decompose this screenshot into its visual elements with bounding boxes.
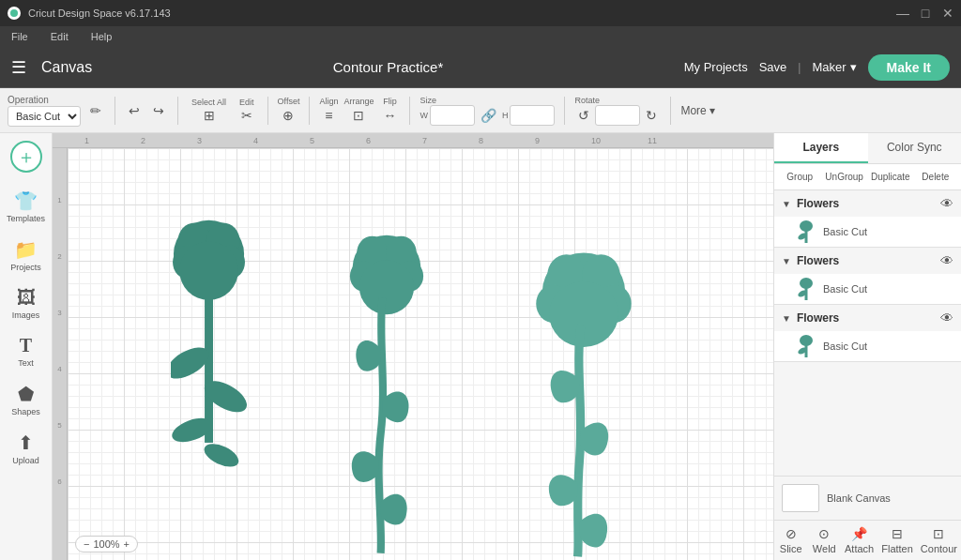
new-button[interactable]: ＋ xyxy=(10,141,42,173)
duplicate-button[interactable]: Duplicate xyxy=(869,170,912,184)
rotate-label: Rotate xyxy=(574,96,661,105)
rotate-input[interactable] xyxy=(595,105,640,126)
flower-2[interactable] xyxy=(340,204,434,560)
close-button[interactable]: ✕ xyxy=(942,8,953,19)
hamburger-button[interactable]: ☰ xyxy=(11,57,26,78)
layer-header-3[interactable]: ▼ Flowers 👁 xyxy=(774,305,961,331)
title-bar: Cricut Design Space v6.17.143 — □ ✕ xyxy=(0,0,961,26)
layer-header-2[interactable]: ▼ Flowers 👁 xyxy=(774,248,961,274)
templates-icon: 👕 xyxy=(14,189,38,212)
layer-eye-3[interactable]: 👁 xyxy=(940,310,953,325)
edit-button[interactable]: Edit ✂ xyxy=(236,96,258,125)
layer-item-2[interactable]: Basic Cut xyxy=(774,274,961,304)
zoom-minus-icon[interactable]: − xyxy=(84,538,89,550)
sidebar-item-images[interactable]: 🖼 Images xyxy=(3,281,50,325)
tab-layers[interactable]: Layers xyxy=(774,133,868,163)
canvas-area[interactable]: 1 2 3 4 5 6 7 8 9 10 11 1 2 3 4 5 6 xyxy=(53,133,773,560)
title-bar-left: Cricut Design Space v6.17.143 xyxy=(8,7,171,20)
layer-chevron-1: ▼ xyxy=(782,199,791,209)
sidebar-item-templates[interactable]: 👕 Templates xyxy=(3,184,50,229)
layer-header-1[interactable]: ▼ Flowers 👁 xyxy=(774,190,961,217)
more-button[interactable]: More ▾ xyxy=(680,104,715,117)
contour-button[interactable]: ⊡ Contour xyxy=(917,521,961,560)
offset-label: Offset xyxy=(278,97,300,106)
sidebar-item-upload[interactable]: ⬆ Upload xyxy=(3,426,50,471)
slice-label: Slice xyxy=(780,543,802,554)
menu-file[interactable]: File xyxy=(8,29,32,44)
toolbar-divider-3 xyxy=(267,97,268,125)
flatten-icon: ⊟ xyxy=(892,526,903,541)
window-controls[interactable]: — □ ✕ xyxy=(897,8,953,19)
select-all-group: Select All ⊞ xyxy=(188,96,230,125)
slice-button[interactable]: ⊘ Slice xyxy=(774,521,808,560)
operation-select[interactable]: Basic Cut xyxy=(8,106,81,127)
select-all-button[interactable]: Select All ⊞ xyxy=(188,96,230,125)
flip-group: Flip ↔ xyxy=(379,97,400,125)
projects-label: Projects xyxy=(10,263,41,272)
save-button[interactable]: Save xyxy=(759,60,787,74)
ruler-left: 1 2 3 4 5 6 xyxy=(53,148,68,560)
projects-icon: 📁 xyxy=(14,238,38,261)
w-label: W xyxy=(419,111,428,120)
minimize-button[interactable]: — xyxy=(897,8,908,19)
group-button[interactable]: Group xyxy=(780,170,819,184)
maximize-button[interactable]: □ xyxy=(920,8,931,19)
maker-button[interactable]: Maker ▾ xyxy=(812,60,856,74)
weld-button[interactable]: ⊙ Weld xyxy=(808,521,842,560)
align-label: Align xyxy=(319,97,338,106)
zoom-plus-icon[interactable]: + xyxy=(124,538,130,550)
redo-button[interactable]: ↪ xyxy=(149,101,168,120)
layer-item-1[interactable]: Basic Cut xyxy=(774,217,961,247)
width-input[interactable] xyxy=(430,105,475,126)
contour-label: Contour xyxy=(921,543,957,554)
flip-button[interactable]: ↔ xyxy=(379,106,400,125)
images-icon: 🖼 xyxy=(17,287,36,309)
svg-point-11 xyxy=(201,439,242,471)
lock-icon[interactable]: 🔗 xyxy=(477,106,500,125)
flower-3[interactable] xyxy=(527,223,640,560)
flatten-button[interactable]: ⊟ Flatten xyxy=(877,521,917,560)
undo-button[interactable]: ↩ xyxy=(125,101,144,120)
layer-eye-2[interactable]: 👁 xyxy=(940,253,953,268)
header-right: My Projects Save | Maker ▾ Make It xyxy=(684,54,950,81)
ungroup-button[interactable]: UnGroup xyxy=(823,170,865,184)
operation-label: Operation xyxy=(8,95,81,105)
layer-cut-label-3: Basic Cut xyxy=(823,341,867,352)
canvas-content[interactable]: − 100% + xyxy=(68,148,773,560)
offset-button[interactable]: ⊕ xyxy=(279,106,297,125)
maker-label: Maker xyxy=(812,60,846,74)
toolbar-divider-4 xyxy=(309,97,310,125)
blank-canvas-label: Blank Canvas xyxy=(827,492,891,504)
sidebar-item-text[interactable]: T Text xyxy=(3,329,50,373)
attach-button[interactable]: 📌 Attach xyxy=(841,521,877,560)
upload-label: Upload xyxy=(12,456,39,465)
menu-edit[interactable]: Edit xyxy=(47,29,72,44)
layer-eye-1[interactable]: 👁 xyxy=(940,196,953,211)
layer-item-3[interactable]: Basic Cut xyxy=(774,331,961,361)
attach-icon: 📌 xyxy=(851,526,867,541)
layer-cut-label-2: Basic Cut xyxy=(823,283,867,295)
panel-tabs: Layers Color Sync xyxy=(774,133,961,164)
app-logo xyxy=(8,7,21,20)
sidebar-item-projects[interactable]: 📁 Projects xyxy=(3,233,50,278)
sidebar-item-shapes[interactable]: ⬟ Shapes xyxy=(3,377,50,422)
layer-thumb-icon-2 xyxy=(798,278,815,300)
rotate-cw-icon[interactable]: ↻ xyxy=(642,106,661,125)
svg-point-0 xyxy=(10,9,18,17)
flower-1[interactable] xyxy=(171,195,255,514)
layer-group-1: ▼ Flowers 👁 Basic Cut xyxy=(774,190,961,248)
align-group: Align ≡ xyxy=(319,97,338,125)
menu-help[interactable]: Help xyxy=(87,29,116,44)
height-input[interactable] xyxy=(510,105,555,126)
arrange-button[interactable]: ⊡ xyxy=(349,106,368,125)
delete-button[interactable]: Delete xyxy=(916,170,955,184)
my-projects-button[interactable]: My Projects xyxy=(684,60,748,74)
make-it-button[interactable]: Make It xyxy=(868,54,950,81)
tab-color-sync[interactable]: Color Sync xyxy=(868,133,962,163)
layer-group-2: ▼ Flowers 👁 Basic Cut xyxy=(774,248,961,305)
style-button[interactable]: ✏ xyxy=(86,101,105,120)
rotate-ccw-icon[interactable]: ↺ xyxy=(574,106,593,125)
zoom-indicator[interactable]: − 100% + xyxy=(75,536,138,552)
arrange-label: Arrange xyxy=(343,97,374,106)
align-button[interactable]: ≡ xyxy=(321,106,336,125)
